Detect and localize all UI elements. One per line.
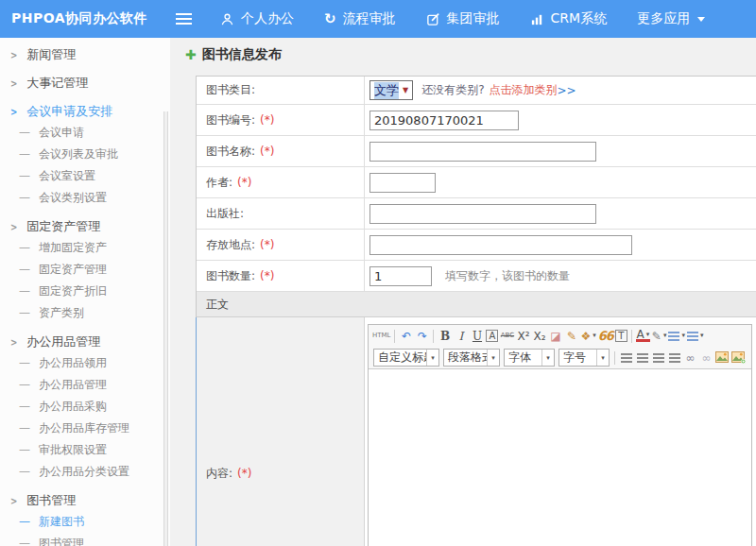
toolbar-separator — [433, 330, 434, 343]
redo-button[interactable]: ↷ — [415, 328, 429, 344]
book-quantity-input[interactable] — [369, 266, 432, 286]
unlink-button[interactable]: ∞ — [699, 350, 713, 366]
paragraph-format-dropdown[interactable]: 段落格式▾ — [443, 349, 500, 367]
sidebar-item-label: 办公用品采购 — [39, 400, 107, 413]
sidebar-item-20[interactable]: —新建图书 — [0, 511, 170, 533]
sidebar-group-2[interactable]: >会议申请及安排 — [0, 100, 170, 122]
author-input[interactable] — [369, 173, 436, 193]
sidebar-item-11[interactable]: —资产类别 — [0, 302, 170, 324]
dropdown-label: 段落格式 — [444, 350, 487, 366]
nav-item-label: 更多应用 — [637, 10, 690, 27]
sidebar-item-14[interactable]: —办公用品管理 — [0, 374, 170, 396]
sidebar-group-0[interactable]: >新闻管理 — [0, 43, 170, 65]
dash-icon: — — [19, 443, 30, 456]
add-category-link-arrows[interactable]: >> — [558, 84, 576, 97]
eraser-icon[interactable]: ◪ — [548, 328, 562, 344]
dash-icon: — — [19, 147, 30, 161]
dash-icon: — — [19, 378, 30, 391]
editor-content-area[interactable] — [369, 369, 751, 546]
toolbar-separator — [631, 330, 632, 343]
caret-down-icon: ▾ — [663, 333, 667, 339]
undo-button[interactable]: ↶ — [399, 328, 413, 344]
sidebar-item-label: 办公用品管理 — [26, 334, 100, 349]
ordered-list-button[interactable]: ▾ — [668, 328, 685, 344]
html-source-button[interactable]: HTML — [372, 328, 390, 344]
nav-crm-system[interactable]: CRM系统 — [530, 10, 608, 27]
main-content: ✚ 图书信息发布 图书类目: 文学 ▼ 还没有类别? 点击添加类别 >> 图书编… — [170, 38, 756, 546]
link-button[interactable]: ∞ — [683, 350, 697, 366]
sidebar-group-19[interactable]: >图书管理 — [0, 489, 170, 511]
superscript-button[interactable]: X² — [516, 328, 530, 344]
chevron-right-icon: > — [10, 332, 17, 353]
sidebar-item-13[interactable]: —办公用品领用 — [0, 352, 170, 374]
page-title-text: 图书信息发布 — [202, 46, 282, 63]
nav-more-apps[interactable]: 更多应用 — [637, 10, 705, 27]
brush-icon[interactable]: ✎ — [564, 328, 578, 344]
sidebar-item-5[interactable]: —会议室设置 — [0, 165, 170, 187]
paste-text-icon[interactable]: T — [615, 330, 627, 342]
sidebar-item-label: 大事记管理 — [26, 76, 88, 90]
sidebar-item-10[interactable]: —固定资产折旧 — [0, 281, 170, 302]
sidebar-group-12[interactable]: >办公用品管理 — [0, 331, 170, 352]
publisher-input[interactable] — [369, 204, 596, 224]
book-code-input[interactable] — [369, 111, 519, 130]
sidebar-group-1[interactable]: >大事记管理 — [0, 72, 170, 94]
sidebar-item-4[interactable]: —会议列表及审批 — [0, 144, 170, 165]
sidebar-item-label: 审批权限设置 — [39, 443, 107, 456]
nav-personal-office[interactable]: 个人办公 — [220, 10, 294, 27]
nav-process-approval[interactable]: ↻流程审批 — [324, 10, 396, 27]
sidebar-item-15[interactable]: —办公用品采购 — [0, 396, 170, 418]
sidebar-item-6[interactable]: —会议类别设置 — [0, 187, 170, 209]
nav-item-label: 流程审批 — [343, 10, 396, 27]
chevron-right-icon: > — [10, 216, 17, 238]
sidebar-group-7[interactable]: >固定资产管理 — [0, 215, 170, 237]
hamburger-menu-icon[interactable] — [176, 13, 192, 25]
sidebar-item-label: 会议室设置 — [39, 169, 95, 182]
underline-button[interactable]: U — [470, 328, 484, 344]
caret-down-icon: ▾ — [426, 350, 438, 366]
upload-image-button[interactable] — [731, 350, 746, 366]
sidebar-item-8[interactable]: —增加固定资产 — [0, 237, 170, 259]
sidebar-item-3[interactable]: —会议申请 — [0, 122, 170, 144]
format-painter-icon[interactable]: ❖▾ — [580, 328, 595, 344]
nav-group-approval[interactable]: 集团审批 — [426, 10, 500, 27]
align-right-button[interactable] — [651, 350, 665, 366]
process-icon: ↻ — [324, 12, 336, 26]
align-center-button[interactable] — [635, 350, 649, 366]
custom-title-dropdown[interactable]: 自定义标题▾ — [373, 349, 439, 367]
field-label: 存放地点: — [206, 237, 255, 253]
app-logo: PHPOA协同办公软件 — [0, 10, 170, 27]
unordered-list-button[interactable]: ▾ — [687, 328, 704, 344]
sidebar-item-16[interactable]: —办公用品库存管理 — [0, 418, 170, 439]
bold-button[interactable]: B — [438, 328, 452, 344]
font-color-button[interactable]: A▾ — [636, 330, 650, 342]
blockquote-button[interactable]: 66 — [598, 328, 613, 344]
highlight-color-button[interactable]: ✎▾ — [652, 328, 667, 344]
sidebar: >新闻管理>大事记管理>会议申请及安排—会议申请—会议列表及审批—会议室设置—会… — [0, 38, 170, 546]
align-justify-button[interactable] — [667, 350, 681, 366]
section-header: 正文 — [197, 292, 756, 317]
field-label: 图书数量: — [206, 268, 255, 284]
category-select[interactable]: 文学 ▼ — [369, 80, 413, 100]
sidebar-item-label: 固定资产管理 — [26, 219, 100, 233]
sidebar-item-9[interactable]: —固定资产管理 — [0, 259, 170, 281]
align-left-button[interactable] — [619, 350, 633, 366]
sidebar-scrollbar[interactable] — [163, 111, 168, 546]
storage-location-input[interactable] — [369, 235, 632, 255]
font-size-dropdown[interactable]: 字号▾ — [558, 349, 610, 367]
font-family-dropdown[interactable]: 字体▾ — [504, 349, 555, 367]
bordered-text-button[interactable]: A — [486, 330, 498, 342]
top-bar: PHPOA协同办公软件 个人办公↻流程审批集团审批CRM系统更多应用 — [0, 0, 756, 38]
sidebar-item-21[interactable]: —图书管理 — [0, 533, 170, 546]
field-hint: 填写数字，该图书的数量 — [445, 268, 570, 284]
dash-icon: — — [19, 421, 30, 435]
italic-button[interactable]: I — [454, 328, 468, 344]
sidebar-item-18[interactable]: —办公用品分类设置 — [0, 461, 170, 483]
add-category-link[interactable]: 点击添加类别 — [490, 82, 558, 98]
insert-image-button[interactable] — [715, 350, 730, 366]
sidebar-item-17[interactable]: —审批权限设置 — [0, 439, 170, 461]
subscript-button[interactable]: X₂ — [532, 328, 546, 344]
strikethrough-button[interactable]: ABC — [500, 328, 514, 344]
dash-icon: — — [19, 537, 30, 546]
book-name-input[interactable] — [369, 142, 596, 162]
